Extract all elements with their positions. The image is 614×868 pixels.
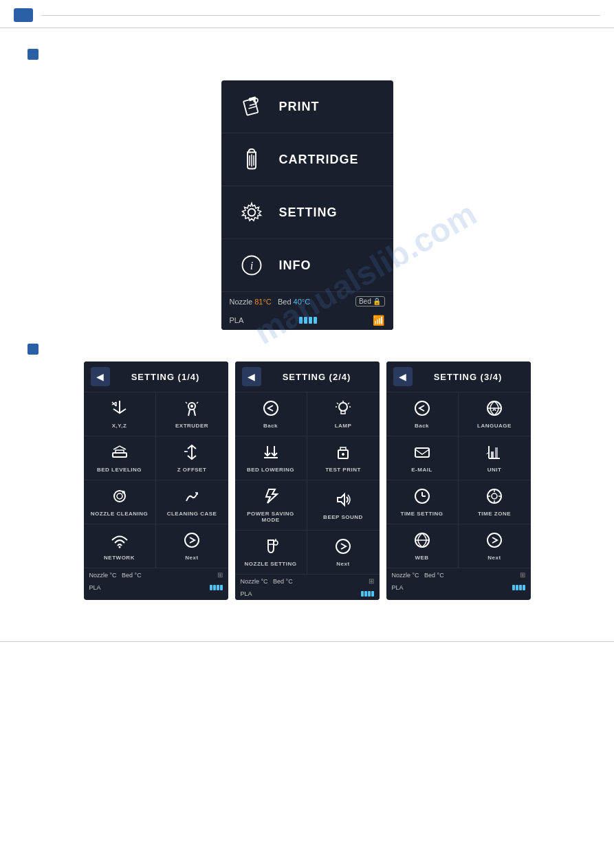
panel-3-status: Nozzle °C Bed °C ⊞: [386, 568, 531, 581]
nozzle-setting-label: NOZZLE SETTING: [245, 561, 297, 567]
test-print-icon: [334, 443, 352, 464]
menu-status-bar: Nozzle 81°C Bed 40°C Bed 🔒: [221, 292, 393, 311]
panel-2-header: ◀ SETTING (2/4): [235, 361, 380, 392]
network-icon: [111, 531, 129, 552]
menu-item-setting[interactable]: SETTING: [221, 186, 393, 239]
cartridge-label: CARTRIDGE: [279, 153, 359, 167]
nozzle-cleaning-label: NOZZLE CLEANING: [91, 511, 149, 517]
network-label: NETWORK: [104, 555, 135, 561]
cell-power-saving[interactable]: POWER SAVING MODE: [235, 480, 307, 531]
panel-1-grid: X,Y,Z EXTRUDER: [84, 392, 228, 568]
power-saving-icon: [262, 487, 280, 508]
web-label: WEB: [415, 555, 428, 561]
svg-point-20: [264, 401, 278, 415]
cell-language[interactable]: A LANGUAGE: [459, 392, 531, 436]
svg-point-8: [248, 209, 255, 216]
top-bar: [0, 0, 614, 28]
setting-label: SETTING: [279, 205, 338, 220]
menu-item-info[interactable]: i INFO: [221, 239, 393, 292]
web-icon: [413, 531, 431, 552]
svg-point-21: [339, 403, 347, 411]
cell-network[interactable]: NETWORK: [84, 524, 156, 568]
svg-rect-14: [116, 450, 124, 453]
panel-3-title: SETTING (3/4): [413, 372, 524, 382]
back-3-icon: [413, 399, 431, 420]
panel-3-pla: PLA: [386, 581, 531, 594]
beep-sound-icon: [334, 491, 352, 511]
pla-label: PLA: [230, 316, 244, 324]
extruder-icon: [183, 399, 201, 420]
bed-lock-status: Bed 🔒: [355, 296, 385, 307]
p1-nozzle: Nozzle °C Bed °C: [89, 572, 142, 579]
cell-z-offset[interactable]: Z OFFSET: [156, 436, 228, 480]
cell-nozzle-setting[interactable]: NOZZLE SETTING: [235, 531, 307, 575]
menu-item-cartridge[interactable]: CARTRIDGE: [221, 133, 393, 186]
cell-next-1[interactable]: Next: [156, 524, 228, 568]
cell-nozzle-cleaning[interactable]: NOZZLE CLEANING: [84, 480, 156, 524]
p3-nozzle: Nozzle °C Bed °C: [392, 572, 444, 579]
panel-2-pla: PLA: [235, 588, 380, 600]
extruder-label: EXTRUDER: [175, 423, 208, 429]
wifi-icon: 📶: [373, 315, 384, 326]
svg-point-46: [492, 493, 497, 499]
cell-next-3[interactable]: Next: [459, 524, 531, 568]
nozzle-status: Nozzle 81°C Bed 40°C: [230, 298, 311, 306]
menu-pla-bar: PLA 📶: [221, 311, 393, 330]
p2-nozzle: Nozzle °C Bed °C: [241, 578, 293, 585]
power-saving-label: POWER SAVING MODE: [238, 511, 304, 523]
header-icon: [14, 8, 33, 22]
battery-bars: [299, 317, 317, 324]
panel-2-back-btn[interactable]: ◀: [242, 367, 261, 386]
nozzle-cleaning-icon: [111, 487, 129, 508]
z-offset-label: Z OFFSET: [177, 467, 207, 473]
cell-web[interactable]: WEB: [386, 524, 459, 568]
info-icon: i: [235, 249, 268, 282]
cell-cleaning-case[interactable]: CLEANING CASE: [156, 480, 228, 524]
cell-lamp[interactable]: LAMP: [307, 392, 380, 436]
cell-back-3[interactable]: Back: [386, 392, 459, 436]
email-icon: [413, 443, 431, 464]
p2-grid-icon: ⊞: [369, 577, 374, 585]
bed-lowering-label: BED LOWERING: [247, 467, 294, 473]
panel-3-grid: Back A LANGUAGE: [386, 392, 531, 568]
back-2-icon: [262, 399, 280, 420]
cleaning-case-icon: [183, 487, 201, 508]
cell-beep-sound[interactable]: BEEP SOUND: [307, 480, 380, 531]
svg-line-23: [337, 403, 338, 404]
svg-text:i: i: [250, 259, 253, 272]
panel-2-title: SETTING (2/4): [261, 372, 373, 382]
cell-bed-lowering[interactable]: BED LOWERING: [235, 436, 307, 480]
menu-item-print[interactable]: PRINT: [221, 80, 393, 133]
cell-time-zone[interactable]: TIME ZONE: [459, 480, 531, 524]
p3-bars: [512, 585, 525, 590]
cell-extruder[interactable]: EXTRUDER: [156, 392, 228, 436]
p1-grid-icon: ⊞: [217, 571, 223, 579]
svg-rect-41: [495, 447, 498, 458]
cell-test-print[interactable]: TEST PRINT: [307, 436, 380, 480]
section-marker-2: [28, 344, 39, 355]
p2-pla: PLA: [241, 590, 252, 597]
cell-email[interactable]: E-MAIL: [386, 436, 459, 480]
svg-rect-0: [243, 98, 258, 115]
xyz-label: X,Y,Z: [112, 423, 127, 429]
svg-point-12: [190, 405, 193, 408]
cell-next-2[interactable]: Next: [307, 531, 380, 575]
language-icon: A: [485, 399, 503, 420]
cell-xyz[interactable]: X,Y,Z: [84, 392, 156, 436]
print-label: PRINT: [279, 100, 320, 114]
p1-pla: PLA: [89, 584, 101, 591]
panel-3-back-btn[interactable]: ◀: [393, 367, 413, 386]
svg-point-19: [185, 533, 199, 547]
cell-back-2[interactable]: Back: [235, 392, 307, 436]
cell-time-setting[interactable]: TIME SETTING: [386, 480, 459, 524]
cell-unit[interactable]: UNIT: [459, 436, 531, 480]
panel-1-back-btn[interactable]: ◀: [91, 367, 110, 386]
test-print-label: TEST PRINT: [325, 467, 361, 473]
panel-1-title: SETTING (1/4): [110, 372, 221, 382]
setting-panel-2: ◀ SETTING (2/4) Back: [235, 361, 380, 600]
p3-grid-icon: ⊞: [520, 571, 525, 579]
svg-point-33: [336, 539, 350, 553]
section-marker-1: [28, 49, 39, 60]
cell-bed-leveling[interactable]: BED LEVELING: [84, 436, 156, 480]
svg-rect-40: [491, 452, 494, 458]
